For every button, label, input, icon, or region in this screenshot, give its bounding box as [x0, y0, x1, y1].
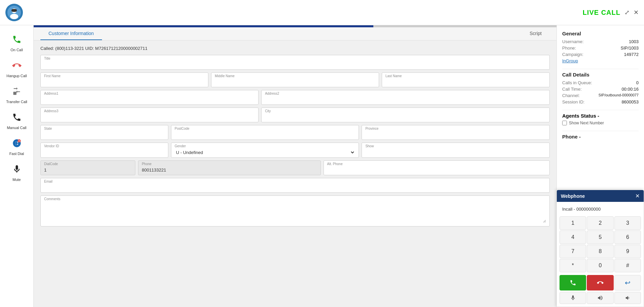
sidebar-item-hangup[interactable]: Hangup Call — [2, 58, 32, 81]
alt-phone-label: Alt. Phone — [327, 162, 343, 166]
session-id-label: Session ID: — [562, 99, 584, 104]
middle-name-label: Middle Name — [215, 74, 235, 78]
comments-row: Comments — [40, 195, 550, 226]
email-label: Email — [44, 180, 53, 183]
transfer-webphone-button[interactable]: ↩ — [614, 275, 641, 290]
ingroup-link[interactable]: InGroup — [562, 58, 578, 63]
middle-name-input[interactable] — [215, 80, 375, 85]
dialpad-star[interactable]: * — [560, 259, 586, 272]
webphone-title: Webphone — [561, 193, 585, 199]
first-name-field: First Name — [40, 72, 208, 87]
dialpad-2[interactable]: 2 — [587, 216, 613, 230]
alt-phone-input[interactable] — [327, 167, 546, 173]
address1-input[interactable] — [44, 97, 255, 102]
comments-textarea[interactable] — [44, 203, 546, 223]
title-input[interactable] — [44, 62, 546, 67]
webphone-body: Incall - 0000000000 1 2 3 4 5 6 7 8 9 * … — [557, 202, 644, 307]
dialpad-3[interactable]: 3 — [614, 216, 641, 230]
avatar — [5, 4, 23, 21]
last-name-input[interactable] — [385, 80, 546, 85]
phone-label-general: Phone: — [562, 45, 576, 51]
dialpad-7[interactable]: 7 — [560, 245, 586, 258]
hangup-icon — [12, 61, 22, 72]
webphone-bottom — [560, 292, 641, 304]
phone-label: Phone — [142, 162, 151, 166]
email-row: Email — [40, 178, 550, 193]
live-call-label: LIVE CALL — [583, 9, 620, 17]
tab-customer-info[interactable]: Customer Information — [40, 27, 102, 40]
phone-input[interactable]: 8001133221 — [142, 167, 317, 173]
address2-input[interactable] — [265, 97, 546, 102]
channel-label: Channel: — [562, 93, 580, 98]
first-name-input[interactable] — [44, 80, 205, 85]
transfer-icon — [12, 87, 22, 98]
sidebar-item-transfer[interactable]: Transfer Call — [2, 84, 32, 106]
expand-button[interactable]: ⤢ — [624, 9, 630, 16]
phone-row: DialCode 1 Phone 8001133221 Alt. Phone — [40, 160, 550, 175]
svg-rect-4 — [11, 9, 17, 12]
dialcode-input[interactable]: 1 — [44, 167, 132, 173]
city-input[interactable] — [265, 115, 546, 120]
vendor-id-input[interactable] — [44, 150, 165, 155]
volume-down-button[interactable] — [614, 292, 641, 304]
answer-button[interactable] — [560, 275, 586, 290]
sidebar-item-on-call[interactable]: On Call — [2, 32, 32, 55]
gender-field: Gender U - Undefined M - Male F - Female — [171, 143, 359, 158]
state-input[interactable] — [44, 132, 165, 137]
name-row: First Name Middle Name Last Name — [40, 72, 550, 87]
divider3 — [562, 131, 639, 131]
dialcode-field: DialCode 1 — [40, 160, 135, 175]
phone-on-call-icon — [12, 35, 22, 47]
content-area: Customer Information Script Called: (800… — [34, 25, 556, 307]
show-label: Show — [365, 144, 374, 148]
phone-row-general: Phone: SIP/1003 — [562, 45, 639, 51]
email-input[interactable] — [44, 185, 546, 190]
dialpad: 1 2 3 4 5 6 7 8 9 * 0 # — [560, 216, 641, 272]
show-next-checkbox[interactable] — [562, 121, 567, 125]
sidebar-item-fast-dial[interactable]: Fast Dial — [2, 136, 32, 158]
sidebar-item-manual[interactable]: Manual Call — [2, 110, 32, 132]
channel-value: SIP/outbound-00000077 — [599, 93, 639, 98]
hangup-webphone-button[interactable] — [587, 275, 613, 290]
session-id-value: 8600053 — [621, 99, 639, 104]
dialpad-1[interactable]: 1 — [560, 216, 586, 230]
dialpad-6[interactable]: 6 — [614, 231, 641, 244]
show-field: Show — [362, 143, 550, 158]
dialpad-0[interactable]: 0 — [587, 259, 613, 272]
tab-script[interactable]: Script — [521, 27, 550, 40]
province-field: Province — [362, 125, 550, 140]
dialpad-hash[interactable]: # — [614, 259, 641, 272]
postcode-input[interactable] — [175, 132, 355, 137]
show-next-row: Show Next Number — [562, 121, 639, 125]
agents-status-title: Agents Status - — [562, 113, 639, 119]
vendor-row: Vendor ID Gender U - Undefined M - Male … — [40, 143, 550, 158]
sidebar-item-mute[interactable]: Mute — [2, 162, 32, 184]
address1-field: Address1 — [40, 90, 259, 105]
province-input[interactable] — [365, 132, 546, 137]
show-input[interactable] — [365, 150, 546, 155]
dialpad-4[interactable]: 4 — [560, 231, 586, 244]
dialpad-5[interactable]: 5 — [587, 231, 613, 244]
title-field: Title — [40, 55, 550, 70]
speaker-button[interactable] — [587, 292, 613, 304]
hangup-label: Hangup Call — [6, 74, 27, 78]
first-name-label: First Name — [44, 74, 61, 78]
calls-in-queue-value: 0 — [636, 80, 639, 85]
province-label: Province — [365, 127, 378, 130]
address3-field: Address3 — [40, 108, 259, 122]
mic-button[interactable] — [560, 292, 586, 304]
title-row: Title — [40, 55, 550, 70]
state-label: State — [44, 127, 52, 130]
sidebar: On Call Hangup Call Transfer Call — [0, 25, 34, 307]
close-button[interactable]: ✕ — [634, 9, 639, 16]
manual-call-label: Manual Call — [7, 126, 26, 130]
postcode-label: PostCode — [175, 127, 190, 130]
address1-row: Address1 Address2 — [40, 90, 550, 105]
fast-dial-icon — [12, 139, 22, 150]
call-details-section: Call Details Calls in Queue: 0 Call Time… — [562, 72, 639, 104]
dialpad-9[interactable]: 9 — [614, 245, 641, 258]
dialpad-8[interactable]: 8 — [587, 245, 613, 258]
webphone-close-button[interactable]: ✕ — [635, 193, 640, 199]
address3-input[interactable] — [44, 115, 255, 120]
gender-select[interactable]: U - Undefined M - Male F - Female — [175, 150, 355, 155]
